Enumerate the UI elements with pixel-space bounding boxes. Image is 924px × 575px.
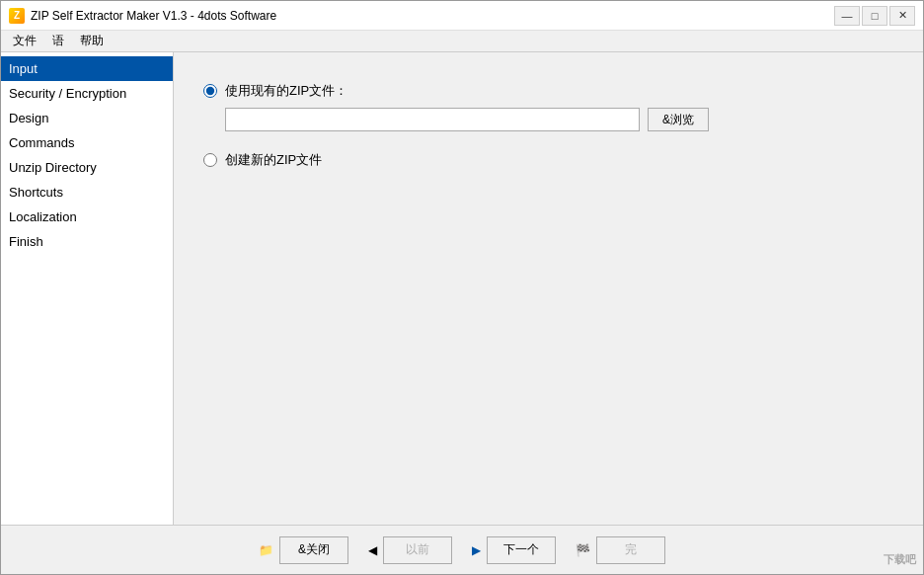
sidebar-item-unzip-directory[interactable]: Unzip Directory: [1, 155, 173, 180]
menu-bar: 文件 语 帮助: [1, 31, 923, 52]
app-icon: Z: [9, 8, 25, 24]
next-icon: ▶: [472, 543, 481, 557]
radio-existing-zip-label: 使用现有的ZIP文件：: [225, 82, 347, 100]
prev-button[interactable]: 以前: [383, 536, 452, 564]
minimize-button[interactable]: —: [834, 6, 860, 26]
close-button-footer[interactable]: &关闭: [279, 536, 348, 564]
sidebar-item-finish[interactable]: Finish: [1, 229, 173, 254]
sidebar: Input Security / Encryption Design Comma…: [1, 52, 174, 525]
title-bar: Z ZIP Self Extractor Maker V1.3 - 4dots …: [1, 1, 923, 31]
prev-icon: ◀: [368, 543, 377, 557]
close-icon: 📁: [259, 543, 273, 557]
sidebar-item-design[interactable]: Design: [1, 106, 173, 130]
sidebar-item-security[interactable]: Security / Encryption: [1, 81, 173, 106]
finish-button[interactable]: 完: [596, 536, 665, 564]
close-section: 📁 &关闭: [259, 536, 348, 564]
zip-file-input[interactable]: [225, 108, 640, 131]
radio-existing-zip-row: 使用现有的ZIP文件： &浏览: [203, 82, 893, 131]
main-window: Z ZIP Self Extractor Maker V1.3 - 4dots …: [0, 0, 924, 575]
radio-new-zip[interactable]: [203, 153, 217, 167]
content-area: 使用现有的ZIP文件： &浏览 创建新的ZIP文件: [174, 52, 923, 525]
footer: 📁 &关闭 ◀ 以前 ▶ 下一个 🏁 完: [1, 525, 923, 574]
finish-section: 🏁 完: [576, 536, 665, 564]
sidebar-item-localization[interactable]: Localization: [1, 205, 173, 229]
finish-icon: 🏁: [576, 543, 590, 557]
menu-help[interactable]: 帮助: [72, 31, 112, 51]
zip-input-row: &浏览: [225, 108, 893, 131]
close-button[interactable]: ✕: [889, 6, 915, 26]
radio-new-zip-label: 创建新的ZIP文件: [225, 151, 322, 169]
sidebar-item-input[interactable]: Input: [1, 56, 173, 81]
title-bar-buttons: — □ ✕: [834, 6, 915, 26]
next-button[interactable]: 下一个: [487, 536, 556, 564]
watermark: 下载吧: [884, 552, 916, 567]
radio-existing-row: 使用现有的ZIP文件：: [203, 82, 893, 100]
radio-existing-zip[interactable]: [203, 84, 217, 98]
radio-new-zip-row: 创建新的ZIP文件: [203, 151, 893, 169]
sidebar-item-commands[interactable]: Commands: [1, 130, 173, 155]
menu-language[interactable]: 语: [44, 31, 72, 51]
browse-button[interactable]: &浏览: [648, 108, 709, 131]
maximize-button[interactable]: □: [862, 6, 887, 26]
next-section: ▶ 下一个: [472, 536, 556, 564]
title-bar-left: Z ZIP Self Extractor Maker V1.3 - 4dots …: [9, 8, 276, 24]
window-title: ZIP Self Extractor Maker V1.3 - 4dots So…: [31, 9, 276, 23]
sidebar-item-shortcuts[interactable]: Shortcuts: [1, 180, 173, 205]
menu-file[interactable]: 文件: [5, 31, 44, 51]
prev-section: ◀ 以前: [368, 536, 452, 564]
main-content: Input Security / Encryption Design Comma…: [1, 52, 923, 525]
